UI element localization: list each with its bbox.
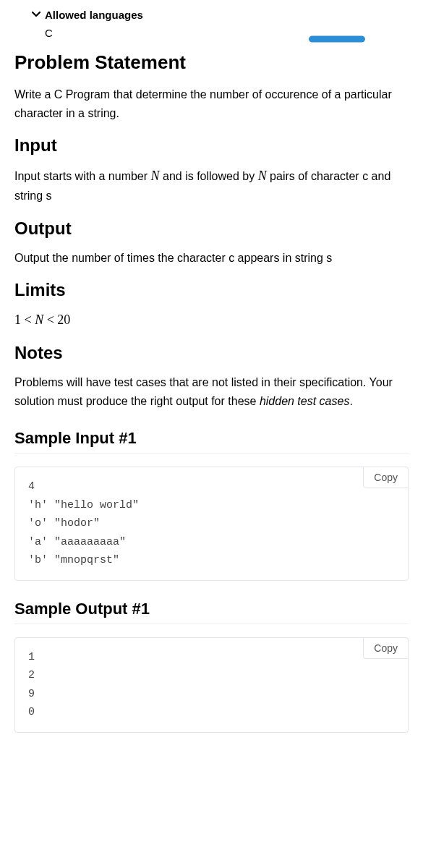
text-notes-hidden: hidden test cases	[260, 395, 350, 407]
sample-input-1-code: 4 'h' "hello world" 'o' "hodor" 'a' "aaa…	[28, 480, 139, 566]
heading-limits: Limits	[14, 277, 409, 303]
heading-sample-output-1: Sample Output #1	[14, 597, 409, 624]
sample-output-1-block: Copy1 2 9 0	[14, 637, 409, 733]
paragraph-problem-statement: Write a C Program that determine the num…	[14, 85, 409, 122]
text-input-pre: Input starts with a number	[14, 170, 151, 182]
copy-button[interactable]: Copy	[363, 467, 409, 488]
heading-output: Output	[14, 216, 409, 242]
paragraph-input: Input starts with a number N and is foll…	[14, 166, 409, 205]
allowed-languages-toggle[interactable]: Allowed languages	[32, 7, 409, 24]
chevron-down-icon	[32, 8, 40, 23]
heading-notes: Notes	[14, 340, 409, 366]
math-var-n: N	[258, 169, 267, 183]
text-notes-post: .	[349, 395, 352, 407]
math-limits-expr: 1 < N < 20	[14, 310, 409, 330]
allowed-languages-label: Allowed languages	[45, 7, 143, 24]
heading-input: Input	[14, 132, 409, 158]
paragraph-output: Output the number of times the character…	[14, 249, 409, 268]
heading-sample-input-1: Sample Input #1	[14, 426, 409, 454]
sample-input-1-block: Copy4 'h' "hello world" 'o' "hodor" 'a' …	[14, 467, 409, 581]
heading-problem-statement: Problem Statement	[14, 48, 409, 77]
math-var-n: N	[151, 169, 160, 183]
paragraph-notes: Problems will have test cases that are n…	[14, 373, 409, 410]
text-input-mid: and is followed by	[160, 170, 258, 182]
copy-button[interactable]: Copy	[363, 637, 409, 659]
sample-output-1-code: 1 2 9 0	[28, 651, 35, 719]
highlight-mark	[309, 30, 365, 48]
